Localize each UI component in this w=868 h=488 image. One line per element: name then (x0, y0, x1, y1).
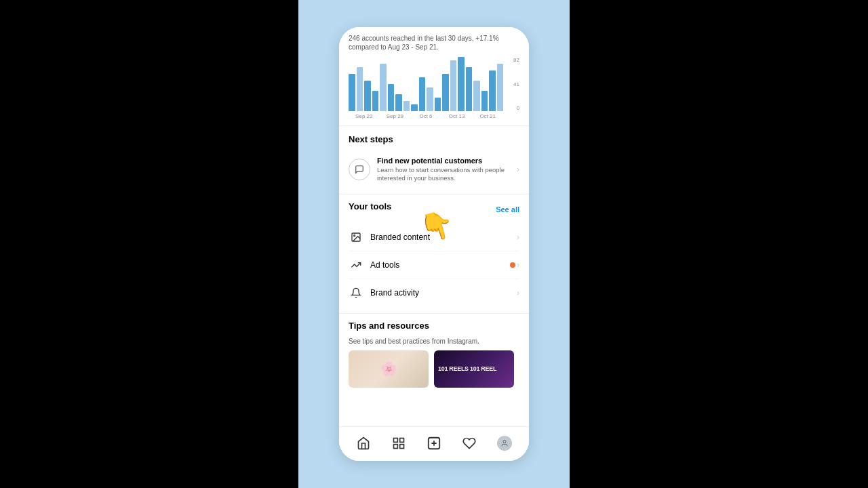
next-step-text: Find new potential customers Learn how t… (377, 157, 510, 183)
chart-bars (349, 57, 519, 111)
brand-activity-chevron: › (517, 288, 519, 298)
chart-x-labels: Sep 22Sep 29Oct 6Oct 13Oct 21 (349, 113, 519, 119)
reels-label: 101 REELS 101 REEL (438, 365, 496, 372)
nav-home[interactable] (350, 432, 377, 454)
next-step-chevron: › (517, 165, 519, 174)
ad-tools-chevron: › (517, 260, 519, 270)
chart-x-label: Sep 22 (349, 113, 380, 119)
chart-x-label: Sep 29 (380, 113, 411, 119)
nav-profile[interactable] (491, 432, 518, 454)
y-label-min: 0 (517, 105, 519, 111)
chart-bar (489, 70, 496, 111)
tip-card-reels[interactable]: 101 REELS 101 REEL (434, 350, 514, 388)
brand-activity-label: Brand activity (370, 288, 517, 298)
brand-activity-tool[interactable]: Brand activity › (349, 279, 519, 306)
nav-activity[interactable] (456, 432, 483, 454)
next-step-title: Find new potential customers (377, 157, 510, 165)
see-all-button[interactable]: See all (496, 205, 519, 214)
ad-tools-notification-dot (510, 262, 515, 268)
svg-rect-4 (394, 445, 398, 449)
chart-bar (357, 67, 363, 111)
y-label-mid: 41 (513, 81, 519, 87)
svg-rect-3 (400, 439, 404, 443)
chart-bar (349, 74, 355, 111)
right-panel (570, 0, 868, 488)
tips-cards: 🌸 101 REELS 101 REEL (349, 350, 519, 388)
ad-tools-tool[interactable]: Ad tools › (349, 251, 519, 279)
branded-content-tool[interactable]: Branded content › (349, 224, 519, 251)
chart-bar (458, 57, 465, 111)
flowers-decoration-icon: 🌸 (380, 361, 397, 377)
chart-bar (372, 91, 379, 111)
branded-content-icon (349, 230, 363, 245)
tips-title: Tips and resources (349, 321, 519, 331)
chart-x-label: Oct 13 (441, 113, 473, 119)
chart-subtitle: 246 accounts reached in the last 30 days… (349, 34, 519, 52)
profile-avatar (497, 436, 512, 451)
chart-x-label: Oct 6 (410, 113, 441, 119)
tools-title: Your tools (349, 201, 391, 211)
chart-area: 82 41 0 Sep 22Sep 29Oct 6Oct 13Oct 21 (349, 57, 519, 121)
chart-bar (380, 64, 387, 111)
chart-bar (395, 94, 402, 111)
ad-tools-icon (349, 258, 363, 272)
svg-rect-5 (400, 445, 404, 449)
tips-section: Tips and resources See tips and best pra… (339, 313, 529, 392)
ad-tools-label: Ad tools (370, 260, 517, 270)
next-step-card[interactable]: Find new potential customers Learn how t… (349, 151, 519, 188)
svg-rect-2 (394, 439, 398, 443)
chart-x-label: Oct 21 (472, 113, 503, 119)
nav-create[interactable] (420, 432, 448, 454)
chart-y-labels: 82 41 0 (513, 57, 519, 111)
your-tools-section: Your tools See all Branded content › (339, 194, 529, 313)
chart-bar (435, 98, 441, 111)
branded-content-label: Branded content (370, 232, 517, 242)
left-panel (0, 0, 298, 488)
chart-bar (364, 81, 371, 111)
bottom-navigation (339, 426, 529, 461)
chart-bar (419, 77, 426, 111)
chart-bar (481, 91, 488, 111)
branded-content-chevron: › (517, 232, 519, 242)
next-steps-title: Next steps (349, 134, 519, 144)
bell-icon (349, 285, 363, 300)
tips-description: See tips and best practices from Instagr… (349, 338, 519, 345)
nav-search[interactable] (385, 432, 412, 454)
y-label-max: 82 (513, 57, 519, 63)
chart-bar (411, 104, 418, 111)
chart-section: 246 accounts reached in the last 30 days… (339, 27, 529, 125)
scroll-content: 246 accounts reached in the last 30 days… (339, 27, 529, 426)
chart-bar (427, 87, 433, 111)
next-step-desc: Learn how to start conversations with pe… (377, 166, 510, 183)
chart-bar (442, 74, 449, 111)
tools-section-header: Your tools See all (349, 201, 519, 218)
next-steps-section: Next steps Find new potential customers … (339, 125, 529, 194)
chart-bar (388, 84, 395, 111)
chart-bar (466, 67, 473, 111)
svg-point-1 (354, 235, 355, 236)
chart-bar (450, 60, 457, 111)
tip-card-flowers[interactable]: 🌸 (349, 350, 429, 388)
svg-point-9 (503, 441, 506, 443)
chart-bar (473, 81, 480, 111)
chart-bar (497, 64, 504, 111)
chart-bar (403, 101, 410, 111)
message-icon (349, 159, 370, 180)
phone-frame: 246 accounts reached in the last 30 days… (339, 27, 529, 461)
